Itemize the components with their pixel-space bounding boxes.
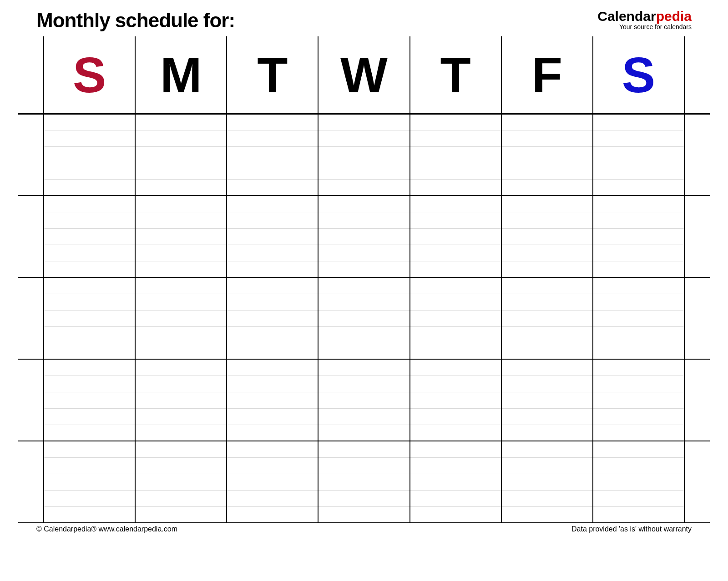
calendar-cell[interactable] — [44, 359, 135, 376]
calendar-cell[interactable] — [410, 277, 501, 294]
calendar-cell[interactable] — [318, 114, 410, 130]
calendar-cell[interactable] — [318, 163, 410, 179]
calendar-cell[interactable] — [593, 506, 684, 523]
calendar-cell[interactable] — [135, 114, 227, 130]
calendar-cell[interactable] — [227, 261, 318, 277]
calendar-cell[interactable] — [501, 310, 593, 326]
calendar-cell[interactable] — [410, 326, 501, 343]
calendar-cell[interactable] — [410, 441, 501, 457]
calendar-cell[interactable] — [593, 261, 684, 277]
calendar-cell[interactable] — [410, 294, 501, 310]
calendar-cell[interactable] — [135, 195, 227, 212]
calendar-cell[interactable] — [593, 163, 684, 179]
calendar-cell[interactable] — [44, 310, 135, 326]
calendar-cell[interactable] — [410, 195, 501, 212]
calendar-cell[interactable] — [501, 408, 593, 425]
calendar-cell[interactable] — [44, 294, 135, 310]
calendar-cell[interactable] — [410, 245, 501, 261]
calendar-cell[interactable] — [318, 425, 410, 441]
calendar-cell[interactable] — [135, 212, 227, 228]
calendar-cell[interactable] — [410, 261, 501, 277]
calendar-cell[interactable] — [501, 506, 593, 523]
calendar-cell[interactable] — [227, 146, 318, 163]
calendar-cell[interactable] — [135, 179, 227, 195]
calendar-cell[interactable] — [593, 294, 684, 310]
calendar-cell[interactable] — [501, 343, 593, 359]
calendar-cell[interactable] — [410, 376, 501, 392]
calendar-cell[interactable] — [44, 457, 135, 474]
calendar-cell[interactable] — [227, 359, 318, 376]
calendar-cell[interactable] — [44, 376, 135, 392]
calendar-cell[interactable] — [44, 212, 135, 228]
calendar-cell[interactable] — [227, 163, 318, 179]
calendar-cell[interactable] — [501, 457, 593, 474]
calendar-cell[interactable] — [227, 245, 318, 261]
calendar-cell[interactable] — [44, 343, 135, 359]
calendar-cell[interactable] — [135, 359, 227, 376]
calendar-cell[interactable] — [501, 179, 593, 195]
calendar-cell[interactable] — [44, 261, 135, 277]
calendar-cell[interactable] — [593, 277, 684, 294]
calendar-cell[interactable] — [501, 212, 593, 228]
calendar-cell[interactable] — [501, 376, 593, 392]
calendar-cell[interactable] — [593, 441, 684, 457]
calendar-cell[interactable] — [501, 114, 593, 130]
calendar-cell[interactable] — [593, 146, 684, 163]
calendar-cell[interactable] — [135, 261, 227, 277]
calendar-cell[interactable] — [410, 343, 501, 359]
calendar-cell[interactable] — [44, 195, 135, 212]
calendar-cell[interactable] — [593, 408, 684, 425]
calendar-cell[interactable] — [44, 277, 135, 294]
calendar-cell[interactable] — [318, 441, 410, 457]
calendar-cell[interactable] — [410, 146, 501, 163]
calendar-cell[interactable] — [501, 392, 593, 408]
calendar-cell[interactable] — [501, 425, 593, 441]
calendar-cell[interactable] — [227, 457, 318, 474]
calendar-cell[interactable] — [227, 474, 318, 490]
calendar-cell[interactable] — [410, 310, 501, 326]
calendar-cell[interactable] — [135, 376, 227, 392]
calendar-cell[interactable] — [227, 179, 318, 195]
calendar-cell[interactable] — [501, 441, 593, 457]
calendar-cell[interactable] — [227, 376, 318, 392]
calendar-cell[interactable] — [410, 359, 501, 376]
calendar-cell[interactable] — [227, 212, 318, 228]
calendar-cell[interactable] — [593, 457, 684, 474]
calendar-cell[interactable] — [318, 130, 410, 146]
calendar-cell[interactable] — [593, 179, 684, 195]
calendar-cell[interactable] — [44, 506, 135, 523]
calendar-cell[interactable] — [135, 277, 227, 294]
calendar-cell[interactable] — [135, 425, 227, 441]
calendar-cell[interactable] — [318, 326, 410, 343]
calendar-cell[interactable] — [501, 163, 593, 179]
calendar-cell[interactable] — [227, 130, 318, 146]
calendar-cell[interactable] — [44, 326, 135, 343]
calendar-cell[interactable] — [44, 114, 135, 130]
calendar-cell[interactable] — [44, 245, 135, 261]
calendar-cell[interactable] — [227, 506, 318, 523]
calendar-cell[interactable] — [593, 376, 684, 392]
calendar-cell[interactable] — [410, 457, 501, 474]
calendar-cell[interactable] — [501, 130, 593, 146]
calendar-cell[interactable] — [135, 457, 227, 474]
calendar-cell[interactable] — [318, 294, 410, 310]
calendar-cell[interactable] — [593, 425, 684, 441]
calendar-cell[interactable] — [410, 163, 501, 179]
calendar-cell[interactable] — [135, 294, 227, 310]
calendar-cell[interactable] — [44, 228, 135, 245]
calendar-cell[interactable] — [227, 441, 318, 457]
calendar-cell[interactable] — [593, 114, 684, 130]
calendar-cell[interactable] — [318, 392, 410, 408]
calendar-cell[interactable] — [227, 277, 318, 294]
calendar-cell[interactable] — [318, 146, 410, 163]
calendar-cell[interactable] — [135, 326, 227, 343]
calendar-cell[interactable] — [135, 343, 227, 359]
calendar-cell[interactable] — [135, 392, 227, 408]
calendar-cell[interactable] — [593, 392, 684, 408]
calendar-cell[interactable] — [593, 359, 684, 376]
calendar-cell[interactable] — [227, 294, 318, 310]
calendar-cell[interactable] — [135, 490, 227, 506]
calendar-cell[interactable] — [501, 474, 593, 490]
calendar-cell[interactable] — [318, 408, 410, 425]
calendar-cell[interactable] — [593, 326, 684, 343]
